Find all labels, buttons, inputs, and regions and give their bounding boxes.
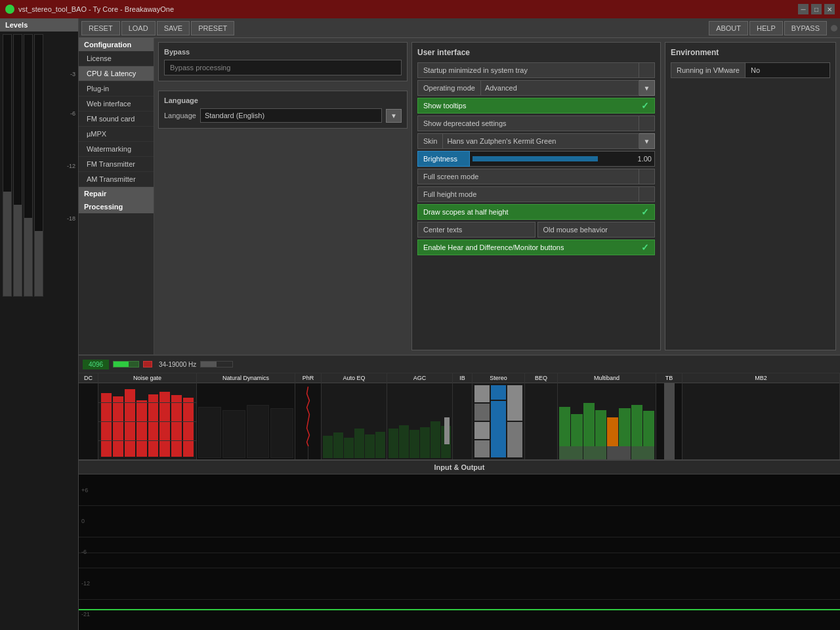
help-button[interactable]: HELP bbox=[749, 21, 783, 35]
module-ng-content bbox=[98, 383, 196, 459]
repair-section[interactable]: Repair bbox=[79, 187, 154, 200]
module-mb2-header: MB2 bbox=[682, 373, 839, 383]
close-button[interactable]: ✕ bbox=[824, 4, 835, 14]
maximize-button[interactable]: □ bbox=[811, 4, 822, 14]
preset-button[interactable]: PRESET bbox=[191, 21, 234, 35]
sidebar-item-am-transmitter[interactable]: AM Transmitter bbox=[79, 172, 154, 187]
skin-label: Skin bbox=[417, 133, 443, 149]
load-button[interactable]: LOAD bbox=[121, 21, 156, 35]
operating-mode-label: Operating mode bbox=[417, 80, 481, 96]
full-height-label[interactable]: Full height mode bbox=[417, 186, 639, 202]
meter-bar-2 bbox=[13, 34, 22, 297]
full-screen-label[interactable]: Full screen mode bbox=[417, 169, 639, 184]
bypass-input[interactable]: Bypass processing bbox=[164, 60, 402, 75]
startup-minimized-label[interactable]: Startup minimized in system tray bbox=[417, 62, 639, 78]
agc-indicator bbox=[444, 417, 450, 444]
module-agc-header: AGC bbox=[387, 373, 452, 383]
show-deprecated-row: Show deprecated settings bbox=[417, 116, 655, 131]
startup-minimized-row: Startup minimized in system tray bbox=[417, 62, 655, 78]
minimize-button[interactable]: ─ bbox=[798, 4, 808, 14]
show-deprecated-indicator[interactable] bbox=[639, 116, 655, 131]
full-screen-indicator[interactable] bbox=[639, 169, 655, 184]
title-text: vst_stereo_tool_BAO - Ty Core - Breakawa… bbox=[18, 5, 174, 13]
meter-label-1: -3 bbox=[70, 71, 75, 77]
module-tb: TB bbox=[656, 373, 682, 459]
meter-label-2: -6 bbox=[70, 110, 75, 117]
sidebar-item-fm-transmitter[interactable]: FM Transmitter bbox=[79, 157, 154, 172]
full-height-indicator[interactable] bbox=[639, 186, 655, 202]
module-tb-header: TB bbox=[656, 373, 682, 383]
freq-bar bbox=[200, 361, 233, 368]
meter-bar-3 bbox=[24, 34, 33, 297]
sidebar-item-umpx[interactable]: µMPX bbox=[79, 127, 154, 142]
ng-bar-1 bbox=[101, 393, 112, 457]
meter-bar-4 bbox=[34, 34, 43, 297]
meter-label-3: -12 bbox=[67, 163, 75, 169]
meter-label-4: -18 bbox=[67, 215, 75, 222]
enable-hear-row[interactable]: Enable Hear and Difference/Monitor butto… bbox=[417, 240, 655, 255]
sidebar-item-web-interface[interactable]: Web interface bbox=[79, 96, 154, 112]
sidebar-item-watermarking[interactable]: Watermarking bbox=[79, 142, 154, 157]
draw-scopes-label: Draw scopes at half height ✓ bbox=[417, 204, 655, 220]
module-ib: IB bbox=[453, 373, 472, 459]
module-beq-header: BEQ bbox=[525, 373, 557, 383]
module-dc-content bbox=[79, 383, 98, 459]
sidebar-item-license[interactable]: License bbox=[79, 51, 154, 66]
bypass-button[interactable]: BYPASS bbox=[784, 21, 827, 35]
io-label-mid-dn: -12 bbox=[81, 580, 90, 587]
skin-select[interactable]: Hans van Zutphen's Kermit Green bbox=[443, 133, 639, 149]
skin-dropdown-btn[interactable]: ▼ bbox=[639, 133, 655, 149]
module-mb-header: Multiband bbox=[558, 373, 656, 383]
show-tooltips-row[interactable]: Show tooltips ✓ bbox=[417, 98, 655, 114]
about-button[interactable]: ABOUT bbox=[709, 21, 748, 35]
sidebar-item-fm-sound-card[interactable]: FM sound card bbox=[79, 112, 154, 127]
module-stereo: Stereo bbox=[472, 373, 525, 459]
module-noise-gate: Noise gate bbox=[98, 373, 197, 459]
brightness-label: Brightness bbox=[417, 151, 470, 167]
sidebar-item-cpu-latency[interactable]: CPU & Latency bbox=[79, 66, 154, 81]
io-label-center: -6 bbox=[81, 549, 90, 555]
processing-section[interactable]: Processing bbox=[79, 200, 154, 213]
operating-mode-select[interactable]: Advanced bbox=[481, 80, 639, 96]
center-texts-btn[interactable]: Center texts bbox=[417, 222, 536, 238]
old-mouse-btn[interactable]: Old mouse behavior bbox=[537, 222, 656, 238]
app-icon bbox=[5, 5, 14, 14]
config-section[interactable]: Configuration bbox=[79, 38, 154, 51]
module-stereo-content bbox=[472, 383, 524, 459]
show-tooltips-label: Show tooltips ✓ bbox=[417, 98, 655, 114]
operating-mode-row: Operating mode Advanced ▼ bbox=[417, 80, 655, 96]
language-label: Language bbox=[164, 96, 402, 104]
module-agc-content bbox=[387, 383, 452, 459]
full-height-row: Full height mode bbox=[417, 186, 655, 202]
ng-bar-5 bbox=[148, 394, 159, 457]
vmware-value[interactable]: No bbox=[746, 62, 830, 78]
io-label-mid-up: 0 bbox=[81, 518, 90, 524]
sidebar-item-plugin[interactable]: Plug-in bbox=[79, 81, 154, 96]
operating-mode-dropdown[interactable]: ▼ bbox=[639, 80, 655, 96]
waveform-green bbox=[79, 609, 840, 610]
show-deprecated-label[interactable]: Show deprecated settings bbox=[417, 116, 639, 131]
waveform-line-3 bbox=[79, 568, 840, 568]
lang-dropdown-arrow[interactable]: ▼ bbox=[386, 109, 402, 123]
module-dc: DC bbox=[79, 373, 98, 459]
brightness-row: Brightness 1.00 bbox=[417, 151, 655, 167]
module-beq: BEQ bbox=[525, 373, 558, 459]
vmware-label: Running in VMware bbox=[671, 62, 746, 78]
waveform-line-1 bbox=[79, 505, 840, 506]
module-phr-content bbox=[295, 383, 321, 459]
processing-area: 4096 34-19000 Hz DC Noise bbox=[79, 354, 840, 459]
reset-button[interactable]: RESET bbox=[81, 21, 120, 35]
vmware-row: Running in VMware No bbox=[671, 62, 830, 78]
startup-minimized-indicator[interactable] bbox=[639, 62, 655, 78]
io-label-top: +6 bbox=[81, 487, 90, 494]
save-button[interactable]: SAVE bbox=[157, 21, 190, 35]
module-aeq-content bbox=[322, 383, 387, 459]
module-nd-header: Natural Dynamics bbox=[197, 373, 295, 383]
title-bar: vst_stereo_tool_BAO - Ty Core - Breakawa… bbox=[0, 0, 840, 18]
user-interface-panel: User interface Startup minimized in syst… bbox=[411, 42, 661, 350]
lang-label: Language bbox=[164, 112, 196, 119]
draw-scopes-row[interactable]: Draw scopes at half height ✓ bbox=[417, 204, 655, 220]
ng-bar-2 bbox=[113, 396, 123, 457]
module-beq-content bbox=[525, 383, 557, 459]
language-select[interactable]: Standard (English) bbox=[200, 108, 382, 123]
